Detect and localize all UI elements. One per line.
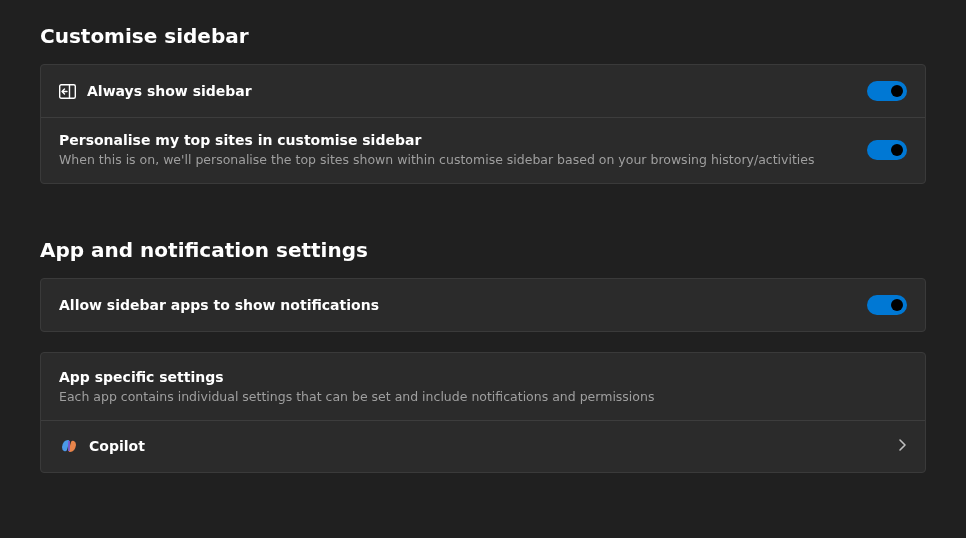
app-specific-card: App specific settings Each app contains … bbox=[40, 352, 926, 473]
settings-page: Customise sidebar Always show sidebar Pe… bbox=[0, 0, 966, 473]
customise-sidebar-card: Always show sidebar Personalise my top s… bbox=[40, 64, 926, 184]
chevron-right-icon bbox=[898, 437, 907, 456]
always-show-sidebar-toggle[interactable] bbox=[867, 81, 907, 101]
always-show-sidebar-label: Always show sidebar bbox=[87, 83, 851, 99]
app-specific-desc: Each app contains individual settings th… bbox=[59, 389, 907, 406]
personalise-top-sites-label: Personalise my top sites in customise si… bbox=[59, 132, 851, 148]
allow-notifications-row[interactable]: Allow sidebar apps to show notifications bbox=[41, 279, 925, 331]
personalise-top-sites-row[interactable]: Personalise my top sites in customise si… bbox=[41, 117, 925, 183]
always-show-sidebar-row[interactable]: Always show sidebar bbox=[41, 65, 925, 117]
customise-sidebar-heading: Customise sidebar bbox=[40, 24, 926, 48]
app-specific-header: App specific settings Each app contains … bbox=[41, 353, 925, 420]
app-item-copilot[interactable]: Copilot bbox=[41, 420, 925, 472]
sidebar-panel-icon bbox=[59, 84, 87, 99]
copilot-icon bbox=[59, 436, 79, 456]
app-item-copilot-label: Copilot bbox=[89, 438, 886, 454]
app-notification-heading: App and notification settings bbox=[40, 238, 926, 262]
allow-notifications-label: Allow sidebar apps to show notifications bbox=[59, 297, 851, 313]
personalise-top-sites-toggle[interactable] bbox=[867, 140, 907, 160]
allow-notifications-card: Allow sidebar apps to show notifications bbox=[40, 278, 926, 332]
personalise-top-sites-desc: When this is on, we'll personalise the t… bbox=[59, 152, 851, 169]
allow-notifications-toggle[interactable] bbox=[867, 295, 907, 315]
app-specific-title: App specific settings bbox=[59, 369, 907, 385]
